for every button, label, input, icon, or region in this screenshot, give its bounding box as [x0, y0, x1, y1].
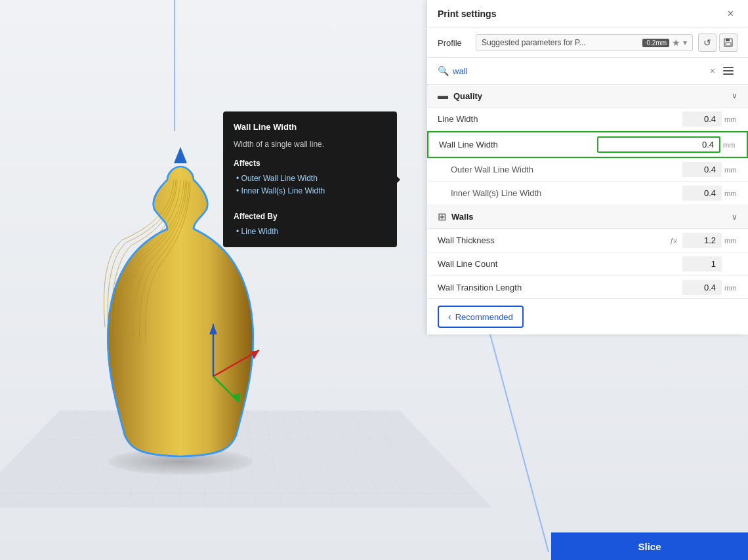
- chevron-left-icon: ‹: [448, 311, 451, 322]
- svg-marker-3: [174, 147, 187, 163]
- save-profile-button[interactable]: [719, 33, 738, 52]
- svg-rect-11: [726, 39, 730, 41]
- close-button[interactable]: ×: [724, 7, 738, 21]
- quality-chevron-icon: ∨: [732, 91, 738, 100]
- panel-footer: ‹ Recommended: [427, 298, 748, 334]
- inner-wall-value[interactable]: 0.4: [682, 186, 722, 201]
- fx-icon: ƒx: [669, 237, 677, 245]
- walls-section-title: Walls: [451, 212, 726, 222]
- profile-actions: ↺: [698, 33, 738, 52]
- tooltip-card: Wall Line Width Width of a single wall l…: [223, 111, 397, 247]
- outer-wall-label: Outer Wall Line Width: [438, 165, 682, 174]
- line-width-value-wrap: 0.4 mm: [682, 111, 738, 127]
- recommended-label: Recommended: [455, 312, 513, 322]
- search-clear-button[interactable]: ×: [710, 66, 715, 76]
- wall-transition-value-wrap: 0.4 mm: [682, 280, 738, 295]
- inner-wall-label: Inner Wall(s) Line Width: [438, 188, 682, 198]
- wall-line-count-value[interactable]: 1: [682, 256, 722, 271]
- inner-wall-value-wrap: 0.4 mm: [682, 186, 738, 201]
- profile-select-text: Suggested parameters for P...: [482, 38, 640, 47]
- profile-label: Profile: [438, 38, 470, 48]
- wall-transition-unit: mm: [724, 284, 738, 292]
- panel-content: ▬ Quality ∨ Line Width 0.4 mm Wall Line …: [427, 85, 748, 298]
- profile-badge: ·0.2mm: [642, 39, 669, 47]
- svg-line-6: [213, 376, 239, 403]
- menu-button[interactable]: [719, 62, 738, 80]
- quality-section-title: Quality: [453, 91, 726, 101]
- setting-row-line-width: Line Width 0.4 mm: [427, 108, 748, 131]
- tooltip-affected-by-item-1: Line Width: [234, 226, 386, 238]
- wall-thickness-value[interactable]: 1.2: [682, 233, 722, 248]
- walls-chevron-icon: ∨: [732, 212, 738, 222]
- setting-row-wall-line-count: Wall Line Count 1: [427, 252, 748, 276]
- svg-rect-12: [726, 43, 731, 46]
- outer-wall-unit: mm: [724, 166, 738, 174]
- inner-wall-unit: mm: [724, 190, 738, 197]
- line-width-value[interactable]: 0.4: [682, 111, 722, 127]
- outer-wall-value-wrap: 0.4 mm: [682, 162, 738, 177]
- tooltip-affects-item-1: Outer Wall Line Width: [234, 172, 386, 185]
- wall-transition-label: Wall Transition Length: [438, 283, 682, 292]
- line-width-unit: mm: [724, 115, 738, 123]
- setting-row-inner-wall: Inner Wall(s) Line Width 0.4 mm: [427, 182, 748, 205]
- wall-line-width-label: Wall Line Width: [439, 140, 597, 150]
- quality-section-header[interactable]: ▬ Quality ∨: [427, 85, 748, 108]
- wall-line-count-value-wrap: 1: [682, 256, 738, 271]
- line-width-label: Line Width: [438, 114, 682, 124]
- slice-button[interactable]: Slice: [551, 532, 748, 560]
- profile-row: Profile Suggested parameters for P... ·0…: [427, 28, 748, 58]
- tooltip-affects-label: Affects: [234, 157, 386, 170]
- tooltip-affects-item-2: Inner Wall(s) Line Width: [234, 185, 386, 197]
- search-icon: 🔍: [438, 66, 449, 76]
- svg-marker-9: [209, 324, 217, 334]
- wall-line-count-label: Wall Line Count: [438, 259, 682, 269]
- walls-section-icon: ⊞: [438, 210, 446, 223]
- search-row: 🔍 ×: [427, 58, 748, 85]
- setting-row-outer-wall: Outer Wall Line Width 0.4 mm: [427, 158, 748, 182]
- setting-row-wall-line-width: Wall Line Width mm: [427, 131, 748, 158]
- print-settings-panel: Print settings × Profile Suggested param…: [426, 0, 748, 334]
- wall-transition-value[interactable]: 0.4: [682, 280, 722, 295]
- wall-thickness-unit: mm: [724, 237, 738, 245]
- reset-profile-button[interactable]: ↺: [698, 33, 717, 52]
- wall-line-width-value-wrap: mm: [597, 136, 736, 153]
- blue-guide-line-right: [484, 315, 549, 552]
- svg-marker-5: [251, 350, 259, 359]
- 3d-axes: [174, 311, 279, 416]
- blue-guide-line-left: [174, 0, 175, 131]
- setting-row-wall-thickness: Wall Thickness ƒx 1.2 mm: [427, 229, 748, 252]
- wall-thickness-label: Wall Thickness: [438, 235, 669, 245]
- panel-title: Print settings: [438, 9, 496, 19]
- search-input[interactable]: [453, 66, 706, 76]
- profile-select[interactable]: Suggested parameters for P... ·0.2mm ★ ▾: [476, 34, 693, 51]
- wall-line-width-unit: mm: [723, 141, 736, 149]
- wall-thickness-value-wrap: ƒx 1.2 mm: [669, 233, 738, 248]
- recommended-button[interactable]: ‹ Recommended: [438, 306, 524, 328]
- panel-header: Print settings ×: [427, 0, 748, 28]
- wall-line-width-input[interactable]: [597, 136, 720, 153]
- dropdown-icon: ▾: [683, 38, 687, 47]
- walls-section-header[interactable]: ⊞ Walls ∨: [427, 205, 748, 229]
- setting-row-wall-transition: Wall Transition Length 0.4 mm: [427, 276, 748, 298]
- tooltip-description: Width of a single wall line.: [234, 138, 386, 151]
- tooltip-affected-by-label: Affected By: [234, 210, 386, 223]
- tooltip-title: Wall Line Width: [234, 121, 386, 134]
- outer-wall-value[interactable]: 0.4: [682, 162, 722, 177]
- quality-section-icon: ▬: [438, 90, 448, 102]
- star-icon: ★: [672, 37, 680, 48]
